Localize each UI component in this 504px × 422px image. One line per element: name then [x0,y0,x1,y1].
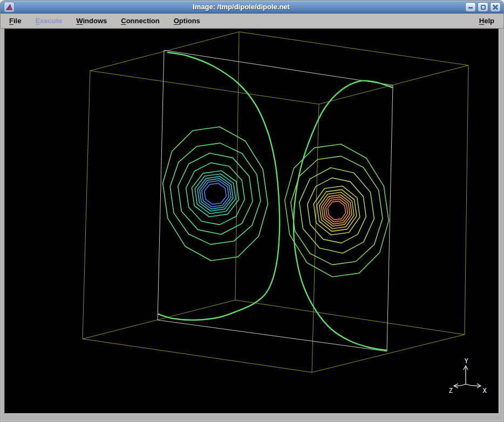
title-bar[interactable]: Image: /tmp/dipole/dipole.net [1,1,503,13]
menu-connection[interactable]: Connection [119,16,161,26]
menu-windows[interactable]: Windows [74,16,108,26]
close-icon [491,3,500,11]
contour-ring [202,181,229,207]
minimize-button[interactable] [465,2,476,12]
menu-file[interactable]: File [8,16,23,26]
menu-help[interactable]: Help [478,16,496,26]
zero-potential-curve-right [294,81,392,350]
contour-ring [291,156,383,264]
negative-pole-contours [163,127,268,261]
contour-ring [178,153,253,235]
contour-ring [170,143,261,244]
contour-ring [328,201,346,220]
close-button[interactable] [490,2,501,12]
contour-ring [317,189,357,231]
render-canvas: YXZ [4,29,499,414]
axis-triad: YXZ [448,357,487,394]
axis-label-y: Y [464,357,468,365]
window-title: Image: /tmp/dipole/dipole.net [22,1,460,13]
maximize-button[interactable] [478,2,488,12]
app-icon[interactable] [4,2,14,12]
app-window: Image: /tmp/dipole/dipole.net File Execu… [0,0,504,422]
contour-ring [326,199,348,222]
app-logo-icon [5,3,13,11]
menu-execute[interactable]: Execute [33,16,64,26]
maximize-icon [481,5,486,10]
contour-ring [299,168,374,253]
wireframe-box [83,32,468,372]
zero-potential-curve-left [158,52,280,320]
contour-ring [197,176,233,211]
axis-label-z: Z [448,387,452,394]
axis-label-x: X [482,387,487,394]
contour-ring [314,186,360,235]
minimize-icon [468,7,473,9]
contour-ring [195,174,235,214]
positive-pole-contours [285,144,389,277]
contour-ring [192,171,239,216]
contour-ring [186,163,245,225]
contour-ring [205,183,227,205]
menu-bar: File Execute Windows Connection Options … [1,13,503,29]
contour-ring [163,127,268,261]
window-controls [465,2,501,12]
viewport-3d[interactable]: YXZ [5,29,499,413]
menu-options[interactable]: Options [172,16,202,26]
